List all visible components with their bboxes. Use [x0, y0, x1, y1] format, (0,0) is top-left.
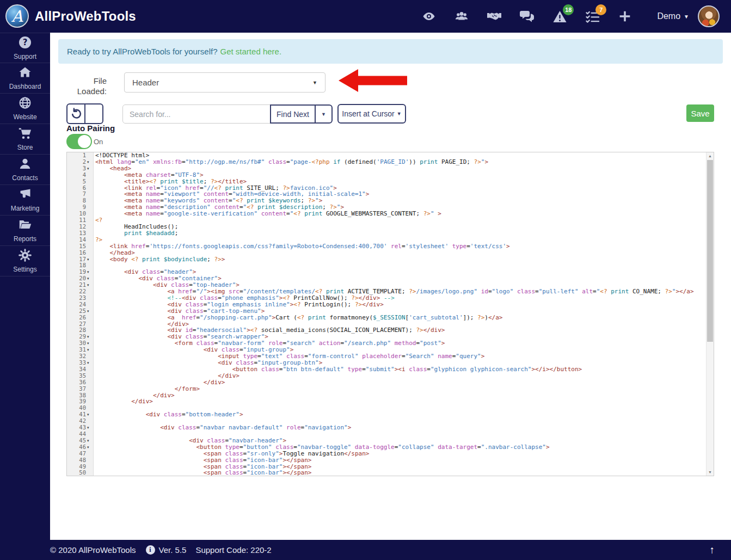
line-number[interactable]: 37 [67, 386, 93, 392]
line-number[interactable]: 14 [67, 237, 93, 243]
scroll-up-icon[interactable]: ▲ [707, 152, 714, 159]
undo-icon [70, 108, 82, 120]
code-line[interactable]: <div class="navbar navbar-default" role=… [94, 424, 706, 431]
line-number[interactable]: 8 [67, 198, 93, 204]
code-line[interactable]: HeadIncludes(); [94, 224, 706, 230]
line-number[interactable]: 50 [67, 470, 93, 476]
sidebar-item-settings[interactable]: Settings [0, 246, 50, 276]
footer: © 2020 AllProWebTools i Ver. 5.5 Support… [0, 540, 731, 560]
eye-icon[interactable] [422, 9, 436, 23]
line-number[interactable]: 35 [67, 373, 93, 379]
info-icon: i [146, 545, 155, 555]
code-line[interactable]: <html lang="en" xmlns:fb="http://ogp.me/… [94, 159, 706, 165]
user-menu-label: Demo [657, 11, 680, 21]
editor-scrollbar[interactable]: ▲ ▼ [706, 152, 714, 476]
search-group: Find Next ▼ [122, 104, 333, 124]
sidebar-item-label: Support [14, 53, 36, 60]
code-line[interactable]: <span class="icon-bar"></span> [94, 470, 706, 476]
chevron-down-icon: ▼ [684, 14, 689, 20]
svg-text:?: ? [23, 38, 28, 47]
sidebar-item-support[interactable]: ?Support [0, 33, 50, 63]
code-line[interactable]: <link href='https://fonts.googleapis.com… [94, 243, 706, 250]
line-number[interactable]: 26 [67, 315, 93, 321]
support-icon: ? [19, 36, 32, 51]
line-number[interactable]: 47 [67, 451, 93, 457]
line-number[interactable]: 4 [67, 172, 93, 179]
scrollbar-thumb[interactable] [707, 160, 713, 342]
line-number[interactable]: 15 [67, 243, 93, 250]
handshake-icon[interactable] [487, 9, 501, 23]
code-line[interactable]: <meta name="google-site-verification" co… [94, 211, 706, 217]
line-number[interactable]: 36 [67, 379, 93, 386]
undo-button[interactable] [66, 103, 85, 124]
contacts-icon [19, 157, 32, 173]
scroll-down-icon[interactable]: ▼ [707, 469, 714, 476]
file-loaded-label: File Loaded: [59, 76, 107, 96]
code-line[interactable]: <? [94, 217, 706, 224]
sidebar-item-label: Website [13, 113, 36, 121]
auto-pairing-toggle[interactable] [66, 134, 92, 149]
line-number[interactable]: 25▾ [67, 308, 93, 315]
sidebar-item-marketing[interactable]: Marketing [0, 185, 50, 216]
search-input[interactable] [122, 104, 271, 124]
code-line[interactable]: </div> [94, 398, 706, 405]
sidebar-item-label: Contacts [12, 174, 38, 182]
sidebar-item-reports[interactable]: Reports [0, 216, 50, 246]
checklist-badge: 7 [595, 4, 606, 15]
line-number[interactable]: 46▾ [67, 444, 93, 451]
line-number[interactable]: 3▾ [67, 165, 93, 172]
line-number[interactable]: 24 [67, 301, 93, 308]
checklist-icon[interactable]: 7 [585, 9, 599, 23]
code-line[interactable]: <body <? print $bodyinclude; ?>> [94, 256, 706, 263]
undo-redo-group [66, 103, 103, 124]
get-started-link[interactable]: Get started here. [220, 47, 282, 56]
code-line[interactable]: </form> [94, 386, 706, 392]
marketing-icon [19, 188, 32, 203]
line-number[interactable]: 6 [67, 185, 93, 192]
support-code-text: Support Code: 220-2 [195, 545, 271, 555]
dashboard-icon [19, 66, 32, 81]
sidebar-item-contacts[interactable]: Contacts [0, 155, 50, 185]
line-number[interactable]: 7 [67, 191, 93, 198]
sidebar-item-dashboard[interactable]: Dashboard [0, 63, 50, 94]
brand-logo-icon[interactable]: A [5, 4, 29, 28]
sidebar: ?SupportDashboardWebsiteStoreContactsMar… [0, 33, 50, 560]
redo-button[interactable] [85, 103, 103, 124]
code-line[interactable]: <div class="bottom-header"> [94, 411, 706, 418]
reports-icon [19, 218, 32, 233]
line-number[interactable]: 13 [67, 230, 93, 237]
scroll-to-top-button[interactable]: ↑ [710, 540, 715, 560]
alert-triangle-icon[interactable]: 18 [552, 9, 567, 23]
copyright-text: © 2020 AllProWebTools [50, 545, 136, 555]
line-number[interactable]: 45▾ [67, 438, 93, 444]
line-number[interactable]: 5 [67, 179, 93, 185]
sidebar-item-label: Settings [13, 266, 36, 273]
save-button[interactable]: Save [686, 104, 714, 122]
find-options-caret-button[interactable]: ▼ [315, 104, 333, 124]
line-number[interactable]: 16 [67, 250, 93, 256]
comments-icon[interactable] [520, 9, 534, 23]
gutter: 12▾3▾4567891011121314151617▾1819▾20▾21▾2… [67, 152, 94, 476]
insert-at-cursor-button[interactable]: Insert at Cursor ▼ [337, 104, 406, 124]
line-number[interactable]: 48 [67, 457, 93, 464]
code-lines[interactable]: <!DOCTYPE html><html lang="en" xmlns:fb=… [94, 152, 706, 476]
dropdown-caret-icon: ▼ [312, 80, 317, 85]
users-icon[interactable] [454, 9, 469, 23]
brand-title[interactable]: AllProWebTools [35, 0, 136, 33]
find-next-button[interactable]: Find Next [270, 104, 316, 124]
file-select-dropdown[interactable]: Header ▼ [124, 72, 325, 93]
top-navbar: A AllProWebTools 187 Demo ▼ [0, 0, 731, 33]
alert-triangle-badge: 18 [563, 4, 574, 15]
user-menu-dropdown[interactable]: Demo ▼ [657, 11, 689, 21]
sidebar-item-store[interactable]: Store [0, 124, 50, 155]
website-icon [19, 96, 32, 112]
sidebar-item-website[interactable]: Website [0, 94, 50, 124]
code-editor[interactable]: 12▾3▾4567891011121314151617▾1819▾20▾21▾2… [66, 152, 714, 476]
avatar[interactable] [698, 5, 720, 27]
file-label-line1: File [59, 76, 107, 86]
code-line[interactable]: </div> [94, 392, 706, 399]
line-number[interactable]: 2▾ [67, 159, 93, 165]
code-line[interactable]: print $headadd; [94, 230, 706, 237]
line-number[interactable]: 1 [67, 152, 93, 159]
plus-icon[interactable] [618, 9, 632, 23]
